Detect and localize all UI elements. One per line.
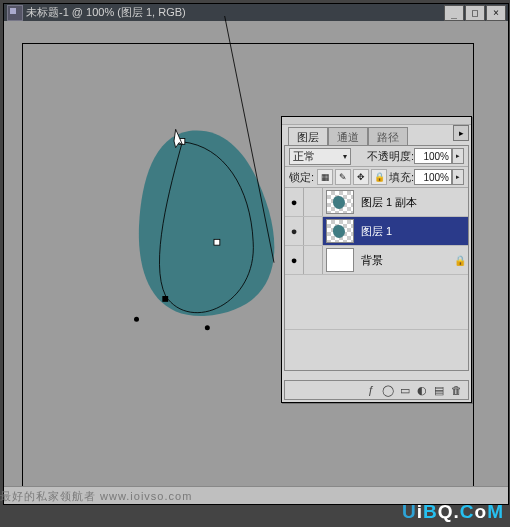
close-button[interactable]: × [486,5,506,21]
layer-row[interactable]: ● 背景 🔒 [285,246,468,275]
layers-panel[interactable]: ▸ 图层 通道 路径 正常 ▾ 不透明度: 100% ▸ [281,116,472,403]
document-window: 未标题-1 @ 100% (图层 1, RGB) _ □ × [3,3,509,505]
chevron-down-icon: ▾ [343,152,347,161]
delete-layer-button[interactable]: 🗑 [448,383,464,397]
blend-opacity-row: 正常 ▾ 不透明度: 100% ▸ [285,146,468,167]
lock-all-icon[interactable]: 🔒 [371,169,387,185]
panel-menu-button[interactable]: ▸ [453,125,469,141]
adjustment-layer-button[interactable]: ◐ [414,383,430,397]
visibility-toggle[interactable]: ● [285,246,304,274]
titlebar: 未标题-1 @ 100% (图层 1, RGB) _ □ × [4,4,508,21]
new-set-button[interactable]: ▭ [397,383,413,397]
lock-pixels-icon[interactable]: ✎ [335,169,351,185]
maximize-button[interactable]: □ [465,5,485,21]
layer-thumbnail[interactable] [326,190,354,214]
tab-channels[interactable]: 通道 [328,127,368,146]
layer-list: ● 图层 1 副本 ● 图层 1 ● [285,188,468,370]
link-column[interactable] [304,246,323,274]
canvas-area[interactable]: ▸ 图层 通道 路径 正常 ▾ 不透明度: 100% ▸ [4,21,508,487]
lock-icon: 🔒 [452,255,468,266]
fill-label: 填充: [389,170,414,185]
brand-logo: UiBQ.CoM [402,501,504,523]
tab-paths[interactable]: 路径 [368,127,408,146]
blend-mode-value: 正常 [293,149,315,164]
new-layer-button[interactable]: ▤ [431,383,447,397]
fill-flyout-button[interactable]: ▸ [452,169,464,185]
layer-list-empty-area[interactable] [285,275,468,330]
minimize-button[interactable]: _ [444,5,464,21]
lock-transparency-icon[interactable]: ▦ [317,169,333,185]
layer-name[interactable]: 背景 [357,253,452,268]
layer-thumbnail[interactable] [326,248,354,272]
lock-fill-row: 锁定: ▦ ✎ ✥ 🔒 填充: 100% ▸ [285,167,468,188]
panel-footer: ƒ ◯ ▭ ◐ ▤ 🗑 [284,380,469,400]
layer-row[interactable]: ● 图层 1 [285,217,468,246]
opacity-field[interactable]: 100% [414,148,452,164]
window-title: 未标题-1 @ 100% (图层 1, RGB) [26,5,443,20]
lock-label: 锁定: [289,170,314,185]
artwork-shape [134,126,289,321]
tab-layers[interactable]: 图层 [288,127,328,146]
panel-tabs: 图层 通道 路径 [288,127,408,146]
panel-body: 正常 ▾ 不透明度: 100% ▸ 锁定: ▦ ✎ ✥ 🔒 [284,145,469,371]
lock-position-icon[interactable]: ✥ [353,169,369,185]
link-column[interactable] [304,217,323,245]
opacity-flyout-button[interactable]: ▸ [452,148,464,164]
blend-mode-dropdown[interactable]: 正常 ▾ [289,148,351,165]
layer-thumbnail[interactable] [326,219,354,243]
window-buttons: _ □ × [443,5,506,21]
layer-name[interactable]: 图层 1 [357,224,452,239]
opacity-label: 不透明度: [367,149,414,164]
visibility-toggle[interactable]: ● [285,217,304,245]
watermark-text: 最好的私家领航者 www.ioivso.com [0,489,192,504]
layer-list-empty-area[interactable] [285,330,468,370]
lock-icons: ▦ ✎ ✥ 🔒 [317,169,387,185]
layer-row[interactable]: ● 图层 1 副本 [285,188,468,217]
layer-name[interactable]: 图层 1 副本 [357,195,452,210]
link-column[interactable] [304,188,323,216]
visibility-toggle[interactable]: ● [285,188,304,216]
fill-field[interactable]: 100% [414,169,452,185]
layer-mask-button[interactable]: ◯ [380,383,396,397]
app-icon [7,5,23,21]
panel-grip[interactable] [282,117,471,125]
layer-style-button[interactable]: ƒ [363,383,379,397]
